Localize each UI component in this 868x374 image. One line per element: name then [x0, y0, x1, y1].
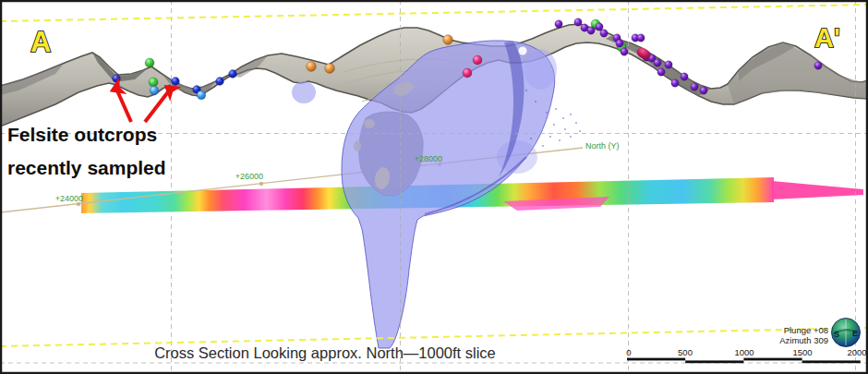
sample-point-purple: [600, 30, 608, 37]
coordinate-label: +28000: [415, 154, 442, 163]
scale-segment: [627, 358, 685, 361]
scale-segment: [743, 358, 802, 361]
figure-caption: Cross Section Looking approx. North—1000…: [154, 344, 496, 361]
sample-point-purple: [621, 48, 628, 55]
sample-point-purple: [814, 62, 822, 69]
felsite-annotation-line1: Felsite outcrops: [7, 124, 157, 145]
section-label-a: A: [30, 26, 51, 58]
scale-tick-label: 2000: [847, 347, 866, 357]
plunge-label: Plunge +08: [784, 325, 828, 335]
sample-point-purple: [681, 73, 688, 80]
axis-tick-dot: [259, 182, 263, 186]
compass-east-letter: E: [852, 329, 858, 338]
sample-point-orange: [307, 62, 317, 72]
compass-south-letter: S: [834, 330, 839, 339]
sample-point-purple: [596, 23, 603, 30]
sample-point-green: [145, 58, 154, 67]
sample-point-blue: [113, 75, 121, 83]
sample-point-purple: [657, 68, 665, 76]
sample-point-blue: [229, 70, 237, 78]
scale-segment: [685, 360, 743, 363]
sample-point-purple: [616, 40, 623, 47]
sample-point-purple: [587, 27, 595, 34]
azimuth-label: Azimuth 309: [779, 335, 828, 345]
scale-tick-label: 500: [678, 347, 693, 357]
compass-globe[interactable]: S E: [832, 319, 861, 347]
sample-point-blue: [172, 78, 180, 86]
sample-point-blue: [216, 78, 224, 86]
sample-point-purple: [671, 79, 679, 87]
sample-point-cyan: [197, 90, 206, 100]
north-axis-label: North (Y): [585, 141, 620, 151]
felsite-annotation-line2: recently sampled: [7, 157, 166, 178]
sample-point-purple: [637, 34, 645, 42]
sample-point-purple: [654, 59, 661, 66]
cross-section-figure: +24000+26000+28000 North (Y) Felsite out…: [0, 0, 868, 374]
sample-point-orange: [325, 64, 335, 74]
section-label-a-prime: A': [814, 23, 840, 53]
sample-point-purple: [574, 18, 582, 26]
coordinate-label: +26000: [235, 172, 263, 181]
scale-tick-label: 1500: [792, 347, 812, 357]
scale-segment: [802, 360, 861, 363]
coordinate-label: +24000: [55, 194, 83, 203]
sample-point-cyan: [150, 86, 159, 95]
scale-tick-label: 1000: [734, 347, 753, 357]
sample-point-purple: [555, 20, 562, 28]
section-canvas: +24000+26000+28000 North (Y) Felsite out…: [0, 0, 868, 374]
sample-point-pink: [463, 68, 472, 78]
sample-point-purple: [700, 87, 707, 94]
sample-point-purple: [691, 83, 698, 90]
sample-point-orange: [443, 35, 453, 45]
sample-point-pink: [473, 55, 482, 65]
scale-tick-label: 0: [626, 347, 631, 357]
sample-point-purple: [665, 61, 672, 68]
sample-point-green: [149, 78, 158, 87]
